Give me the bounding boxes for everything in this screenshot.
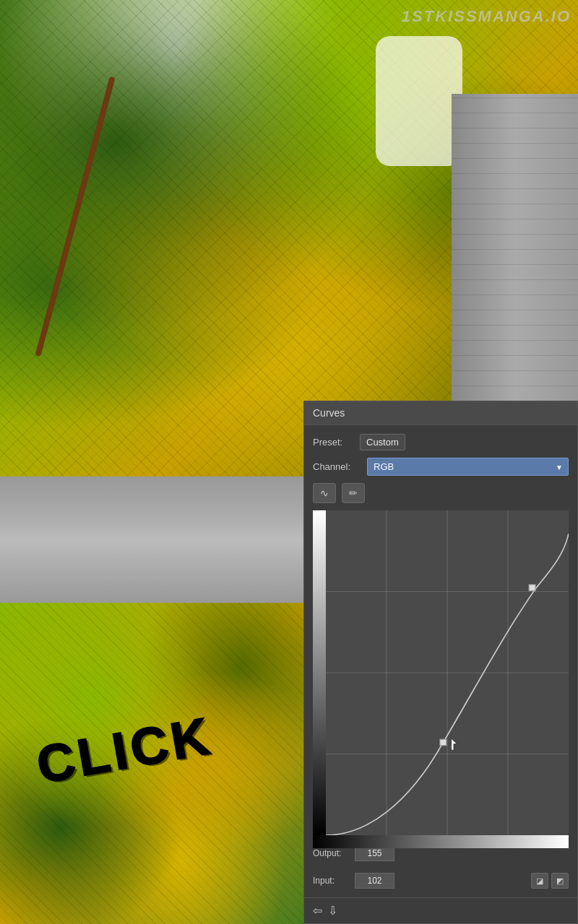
- bottom-image-area: CLICK: [0, 603, 303, 924]
- curves-panel: Curves Preset: Custom Channel: RGB Red G…: [303, 401, 578, 924]
- curves-title-bar: Curves: [304, 401, 577, 425]
- eyedropper-white-icon: ◩: [556, 876, 564, 886]
- branch-decoration: [35, 77, 115, 357]
- curve-graph[interactable]: [313, 510, 569, 835]
- curve-tool-icon: ∿: [320, 487, 329, 499]
- preset-row: Preset: Custom: [313, 434, 569, 450]
- eyedropper-black-icon: ◪: [536, 876, 543, 886]
- white-area: [376, 36, 462, 166]
- eyedropper-buttons: ◪ ◩: [531, 873, 569, 889]
- curve-graph-container: [313, 510, 569, 835]
- input-value-field[interactable]: [355, 873, 394, 889]
- tools-row: ∿ ✏: [313, 483, 569, 503]
- output-label: Output:: [313, 848, 349, 858]
- eyedropper-black-button[interactable]: ◪: [531, 873, 548, 889]
- channel-select[interactable]: RGB Red Green Blue: [367, 458, 569, 476]
- curves-title: Curves: [313, 407, 345, 419]
- output-gradient-strip: [313, 510, 326, 835]
- input-section: Input: ◪ ◩: [313, 873, 569, 889]
- preset-value[interactable]: Custom: [360, 434, 405, 450]
- watermark: 1STKISSMANGA.IO: [402, 7, 571, 26]
- channel-select-wrapper[interactable]: RGB Red Green Blue: [367, 458, 569, 476]
- curve-graph-wrapper[interactable]: [313, 510, 569, 835]
- gray-strip-horizontal: [0, 476, 303, 603]
- curve-svg[interactable]: [326, 510, 569, 835]
- down-arrow-icon[interactable]: ⇩: [328, 904, 337, 918]
- curve-point-2: [529, 585, 535, 591]
- curve-tool-button[interactable]: ∿: [313, 483, 336, 503]
- pencil-tool-icon: ✏: [349, 487, 358, 499]
- watermark-text: 1STKISSMANGA.IO: [402, 7, 571, 25]
- input-row: Input: ◪ ◩: [313, 873, 569, 889]
- eyedropper-white-button[interactable]: ◩: [551, 873, 569, 889]
- curve-point-1: [440, 739, 447, 746]
- bottom-toolbar: ⇦ ⇩: [304, 897, 577, 923]
- channel-row: Channel: RGB Red Green Blue: [313, 458, 569, 476]
- pencil-tool-button[interactable]: ✏: [342, 483, 365, 503]
- curves-body: Preset: Custom Channel: RGB Red Green Bl…: [304, 425, 577, 897]
- channel-label: Channel:: [313, 461, 360, 472]
- left-arrow-icon[interactable]: ⇦: [313, 904, 322, 918]
- input-gradient-strip: [313, 835, 569, 848]
- preset-label: Preset:: [313, 437, 353, 448]
- input-label: Input:: [313, 876, 349, 886]
